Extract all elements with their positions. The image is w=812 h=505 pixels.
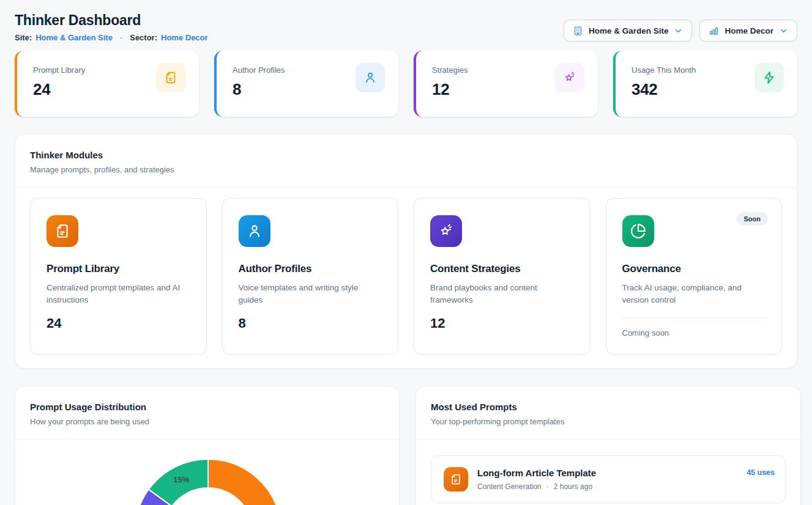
usage-card-subtitle: How your prompts are being used [30, 417, 384, 426]
user-icon [239, 215, 270, 247]
prompts-card-header: Most Used Prompts Your top-performing pr… [416, 386, 800, 440]
star-sparkle-icon [430, 215, 462, 247]
soon-badge: Soon [737, 212, 769, 226]
sector-link[interactable]: Home Decor [161, 33, 208, 42]
breadcrumb-separator: · [120, 33, 122, 42]
module-description: Centralized prompt templates and AI inst… [47, 282, 190, 306]
module-count: 24 [47, 315, 190, 331]
prompt-item-category: Content Generation [477, 482, 542, 491]
header-selectors: Home & Garden Site Home Decor [564, 20, 797, 42]
meta-separator: · [546, 482, 549, 491]
module-card-content-strategies[interactable]: Content Strategies Brand playbooks and c… [414, 198, 590, 355]
dashboard-page: Thinker Dashboard Site: Home & Garden Si… [0, 0, 812, 505]
prompt-item-title: Long-form Article Template [477, 468, 737, 478]
prompt-item-uses-badge: 45 uses [747, 468, 775, 477]
usage-card-title: Prompt Usage Distribution [30, 402, 384, 412]
module-divider [622, 318, 766, 319]
sector-selector-dropdown[interactable]: Home Decor [699, 20, 797, 42]
star-sparkle-icon [555, 63, 584, 92]
orange-segment [208, 459, 281, 505]
coming-soon-text: Coming soon [622, 328, 766, 337]
module-title: Prompt Library [47, 263, 190, 275]
module-count: 8 [239, 315, 382, 331]
module-description: Track AI usage, compliance, and version … [622, 282, 766, 306]
header-left: Thinker Dashboard Site: Home & Garden Si… [15, 12, 208, 42]
stat-card-author-profiles: Author Profiles 8 [214, 51, 398, 117]
prompt-list: Long-form Article Template Content Gener… [416, 440, 800, 505]
file-icon [47, 215, 78, 247]
prompts-card-title: Most Used Prompts [431, 402, 786, 412]
file-icon [444, 467, 468, 492]
modules-grid: Prompt Library Centralized prompt templa… [15, 188, 797, 368]
prompts-card-subtitle: Your top-performing prompt templates [431, 417, 786, 426]
stat-card-strategies: Strategies 12 [414, 51, 598, 117]
thinker-modules-panel: Thinker Modules Manage prompts, profiles… [15, 134, 797, 369]
module-card-author-profiles[interactable]: Author Profiles Voice templates and writ… [222, 198, 399, 355]
modules-subtitle: Manage prompts, profiles, and strategies [30, 165, 782, 174]
lightning-icon [754, 63, 784, 92]
prompt-list-item[interactable]: Long-form Article Template Content Gener… [431, 455, 786, 503]
module-card-prompt-library[interactable]: Prompt Library Centralized prompt templa… [30, 198, 207, 355]
chevron-down-icon [779, 26, 788, 35]
donut-chart: 15% [15, 440, 399, 505]
prompt-item-time: 2 hours ago [554, 482, 592, 491]
module-description: Voice templates and writing style guides [239, 282, 382, 306]
sector-selector-label: Home Decor [724, 26, 773, 35]
breadcrumb: Site: Home & Garden Site · Sector: Home … [15, 33, 208, 42]
module-description: Brand playbooks and content frameworks [430, 282, 574, 306]
most-used-prompts-card: Most Used Prompts Your top-performing pr… [415, 386, 801, 505]
stat-card-usage-this-month: Usage This Month 342 [613, 51, 797, 117]
user-icon [356, 63, 385, 92]
donut-chart-svg: 15% [129, 453, 288, 505]
page-title: Thinker Dashboard [15, 12, 208, 29]
site-label: Site: [15, 33, 32, 42]
pie-chart-icon [622, 215, 654, 247]
building-icon [573, 26, 583, 36]
prompt-item-body: Long-form Article Template Content Gener… [477, 468, 737, 491]
top-bar: Thinker Dashboard Site: Home & Garden Si… [15, 12, 797, 42]
donut-slice-label: 15% [173, 475, 189, 484]
module-card-governance[interactable]: Soon Governance Track AI usage, complian… [606, 198, 783, 355]
module-title: Author Profiles [239, 263, 382, 275]
bottom-row: Prompt Usage Distribution How your promp… [15, 386, 797, 505]
file-icon [156, 63, 185, 92]
modules-panel-header: Thinker Modules Manage prompts, profiles… [15, 135, 797, 188]
usage-card-header: Prompt Usage Distribution How your promp… [15, 386, 399, 440]
module-title: Content Strategies [430, 263, 574, 275]
site-selector-dropdown[interactable]: Home & Garden Site [564, 20, 693, 42]
bar-chart-icon [709, 26, 719, 36]
sector-label: Sector: [130, 33, 157, 42]
stats-row: Prompt Library 24 Author Profiles 8 Stra… [15, 51, 797, 117]
module-count: 12 [430, 315, 574, 331]
modules-title: Thinker Modules [30, 150, 782, 160]
prompt-usage-distribution-card: Prompt Usage Distribution How your promp… [15, 386, 400, 505]
site-selector-label: Home & Garden Site [589, 26, 669, 35]
site-link[interactable]: Home & Garden Site [35, 33, 113, 42]
stat-card-prompt-library: Prompt Library 24 [15, 51, 199, 117]
chevron-down-icon [674, 26, 683, 35]
prompt-item-meta: Content Generation · 2 hours ago [477, 482, 737, 491]
module-title: Governance [622, 263, 766, 275]
